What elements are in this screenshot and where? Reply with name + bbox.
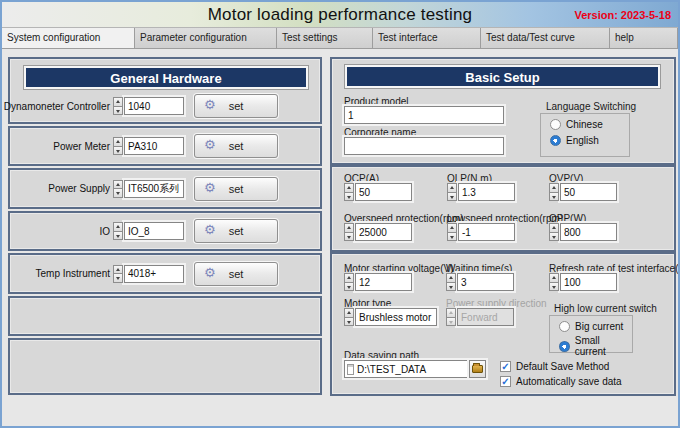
spinner-control[interactable] (344, 273, 354, 291)
tab-help[interactable]: help (610, 28, 678, 48)
spinner-control[interactable] (113, 265, 123, 283)
power-meter-label: Power Meter (16, 141, 110, 152)
default-save-label: Default Save Method (516, 361, 609, 372)
app-window: Motor loading performance testing Versio… (0, 0, 680, 428)
auto-save-label: Automatically save data (516, 376, 622, 387)
tab-test-settings[interactable]: Test settings (277, 28, 373, 48)
product-model-input[interactable] (344, 106, 504, 124)
basic-setup-section: Basic Setup Product model Corporate name… (330, 57, 676, 165)
tab-test-data-curve[interactable]: Test data/Test curve (481, 28, 610, 48)
dynamometer-label: Dynamoneter Controller (16, 101, 110, 112)
ovp-input[interactable] (560, 183, 617, 201)
big-current-label: Big current (575, 321, 623, 332)
language-option-english: English (550, 135, 629, 146)
gear-icon: ⚙ (204, 97, 216, 112)
auto-save-checkbox[interactable]: ✓ (500, 376, 511, 387)
io-box: IO ⚙set (8, 211, 322, 251)
spinner-control[interactable] (549, 273, 559, 291)
spinner-control[interactable] (344, 223, 354, 241)
temp-instrument-model-input[interactable] (124, 265, 184, 283)
spinner-control[interactable] (447, 183, 457, 201)
motor-type-dropdown[interactable] (355, 308, 437, 326)
tab-bar: System configuration Parameter configura… (2, 28, 678, 49)
spinner-control[interactable] (113, 180, 123, 198)
power-meter-model-input[interactable] (124, 137, 184, 155)
io-model-input[interactable] (124, 222, 184, 240)
language-group: Chinese English (540, 113, 630, 157)
olp-input[interactable] (458, 183, 515, 201)
spinner-control[interactable] (446, 273, 456, 291)
corporate-name-input[interactable] (344, 137, 504, 155)
spinner-control[interactable] (344, 183, 354, 201)
language-option-chinese: Chinese (550, 119, 629, 130)
english-radio-label: English (566, 135, 599, 146)
small-current-option: Small current (559, 335, 632, 357)
gear-icon: ⚙ (204, 137, 216, 152)
temp-instrument-set-button[interactable]: ⚙set (194, 262, 278, 286)
gear-icon: ⚙ (204, 222, 216, 237)
spinner-control[interactable] (113, 97, 123, 115)
ocp-input[interactable] (355, 183, 412, 201)
power-direction-dropdown (457, 308, 514, 326)
protection-section: OCP(A) OLP(N.m) OVP(V) Overspeed protect… (330, 165, 676, 252)
data-saving-path-control: D:\TEST_DATA (344, 360, 486, 378)
chinese-radio-label: Chinese (566, 119, 603, 130)
auto-save-row: ✓ Automatically save data (500, 376, 622, 387)
motor-section: Motor starting voltage(V) Waiting time(s… (330, 252, 676, 396)
path-value: D:\TEST_DATA (357, 364, 426, 375)
small-current-label: Small current (575, 335, 632, 357)
power-meter-set-button[interactable]: ⚙set (194, 134, 278, 158)
tab-parameter-configuration[interactable]: Parameter configuration (135, 28, 277, 48)
io-label: IO (16, 226, 110, 237)
big-current-radio[interactable] (559, 321, 570, 332)
folder-browse-button[interactable] (469, 360, 486, 378)
default-save-checkbox[interactable]: ✓ (500, 361, 511, 372)
waiting-time-input[interactable] (457, 273, 514, 291)
current-switch-group: Big current Small current (549, 315, 633, 353)
spinner-control[interactable] (549, 223, 559, 241)
spinner-control[interactable] (344, 308, 354, 326)
general-hardware-header: General Hardware (24, 66, 308, 89)
overspeed-input[interactable] (355, 223, 412, 241)
folder-icon (472, 365, 483, 373)
title-bar: Motor loading performance testing Versio… (2, 2, 678, 28)
spinner-control[interactable] (113, 137, 123, 155)
small-current-radio[interactable] (559, 341, 570, 352)
temp-instrument-box: Temp Instrument ⚙set (8, 253, 322, 294)
starting-voltage-input[interactable] (355, 273, 412, 291)
io-set-button[interactable]: ⚙set (194, 219, 278, 243)
path-field[interactable]: D:\TEST_DATA (344, 360, 468, 378)
tab-test-interface[interactable]: Test interface (373, 28, 481, 48)
power-supply-set-button[interactable]: ⚙set (194, 177, 278, 201)
dynamometer-model-input[interactable] (124, 97, 184, 115)
power-supply-label: Power Supply (16, 183, 110, 194)
power-supply-model-input[interactable] (124, 180, 184, 198)
spinner-control[interactable] (549, 183, 559, 201)
hardware-row-dynamometer: Dynamoneter Controller ⚙set (10, 89, 320, 123)
language-switching-label: Language Switching (546, 101, 636, 112)
refresh-rate-input[interactable] (560, 273, 617, 291)
power-meter-box: Power Meter ⚙set (8, 126, 322, 166)
empty-box-1 (8, 296, 322, 336)
empty-box-2 (8, 338, 322, 395)
big-current-option: Big current (559, 321, 632, 332)
lowspeed-input[interactable] (458, 223, 515, 241)
path-type-icon (347, 364, 354, 375)
temp-instrument-label: Temp Instrument (16, 268, 110, 279)
english-radio[interactable] (550, 135, 561, 146)
power-supply-box: Power Supply ⚙set (8, 168, 322, 209)
gear-icon: ⚙ (204, 265, 216, 280)
opp-input[interactable] (560, 223, 617, 241)
spinner-control[interactable] (113, 222, 123, 240)
general-hardware-box: General Hardware Dynamoneter Controller … (8, 57, 322, 124)
spinner-control (446, 308, 456, 326)
spinner-control[interactable] (447, 223, 457, 241)
gear-icon: ⚙ (204, 180, 216, 195)
current-switch-label: High low current switch (554, 303, 657, 314)
default-save-row: ✓ Default Save Method (500, 361, 609, 372)
basic-setup-header: Basic Setup (345, 65, 660, 88)
chinese-radio[interactable] (550, 119, 561, 130)
tab-system-configuration[interactable]: System configuration (2, 28, 135, 48)
version-text: Version:2023-5-18 (571, 9, 671, 21)
dynamometer-set-button[interactable]: ⚙set (194, 94, 278, 118)
